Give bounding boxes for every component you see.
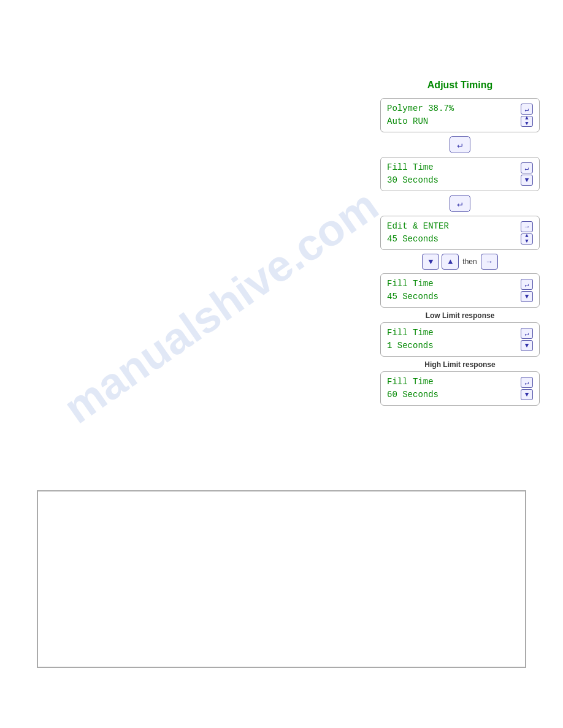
filltime-60-text: Fill Time 60 Seconds xyxy=(387,376,439,401)
high-limit-label: High Limit response xyxy=(380,360,540,369)
filltime-45-down-btn[interactable]: ▼ xyxy=(521,291,533,302)
enter-btn-wrap-2: ↵ xyxy=(380,195,540,212)
filltime-1-line2: 1 Seconds xyxy=(387,339,434,352)
edit-enter-card: Edit & ENTER 45 Seconds → ▲▼ xyxy=(380,216,540,250)
enter-button-1[interactable]: ↵ xyxy=(450,136,470,153)
polymer-enter-btn[interactable]: ↵ xyxy=(521,104,533,115)
enter-btn-wrap-1: ↵ xyxy=(380,136,540,153)
filltime-1-enter-btn[interactable]: ↵ xyxy=(521,328,533,339)
filltime-45-text: Fill Time 45 Seconds xyxy=(387,278,439,303)
filltime-45-line2: 45 Seconds xyxy=(387,290,439,303)
bottom-box xyxy=(37,490,526,668)
nav-up-btn[interactable]: ▲ xyxy=(442,254,459,270)
filltime-45-card: Fill Time 45 Seconds ↵ ▼ xyxy=(380,273,540,308)
adjust-timing-panel: Adjust Timing Polymer 38.7% Auto RUN ↵ ▲… xyxy=(380,80,540,409)
filltime-1-arrows: ↵ ▼ xyxy=(521,328,533,351)
edit-enter-text: Edit & ENTER 45 Seconds xyxy=(387,220,449,246)
filltime-30-card: Fill Time 30 Seconds ↵ ▼ xyxy=(380,157,540,191)
filltime-60-line2: 60 Seconds xyxy=(387,389,439,401)
polymer-card-text: Polymer 38.7% Auto RUN xyxy=(387,102,454,128)
filltime-30-down-btn[interactable]: ▼ xyxy=(521,175,533,186)
nav-right-btn[interactable]: → xyxy=(481,254,498,270)
filltime-30-text: Fill Time 30 Seconds xyxy=(387,161,439,187)
filltime-60-arrows: ↵ ▼ xyxy=(521,377,533,400)
enter-button-2[interactable]: ↵ xyxy=(450,195,470,212)
polymer-arrows: ↵ ▲▼ xyxy=(521,104,533,127)
filltime-1-down-btn[interactable]: ▼ xyxy=(521,340,533,351)
edit-enter-enter-btn[interactable]: → xyxy=(521,221,533,232)
filltime-1-line1: Fill Time xyxy=(387,327,434,339)
filltime-1-card: Fill Time 1 Seconds ↵ ▼ xyxy=(380,322,540,357)
filltime-45-arrows: ↵ ▼ xyxy=(521,279,533,302)
page-title: Adjust Timing xyxy=(380,80,540,91)
edit-enter-arrows: → ▲▼ xyxy=(521,221,533,245)
polymer-line2: Auto RUN xyxy=(387,115,454,128)
nav-row: ▼ ▲ then → xyxy=(380,254,540,270)
filltime-60-card: Fill Time 60 Seconds ↵ ▼ xyxy=(380,371,540,406)
edit-enter-line1: Edit & ENTER xyxy=(387,220,449,233)
nav-down-btn[interactable]: ▼ xyxy=(422,254,439,270)
edit-enter-line2: 45 Seconds xyxy=(387,233,449,246)
filltime-30-line1: Fill Time xyxy=(387,161,439,174)
polymer-updown-btn[interactable]: ▲▼ xyxy=(521,116,533,127)
filltime-60-enter-btn[interactable]: ↵ xyxy=(521,377,533,388)
then-label: then xyxy=(462,257,477,266)
polymer-line1: Polymer 38.7% xyxy=(387,102,454,115)
filltime-30-arrows: ↵ ▼ xyxy=(521,162,533,186)
filltime-30-line2: 30 Seconds xyxy=(387,174,439,187)
filltime-60-down-btn[interactable]: ▼ xyxy=(521,389,533,400)
filltime-30-enter-btn[interactable]: ↵ xyxy=(521,162,533,173)
filltime-1-text: Fill Time 1 Seconds xyxy=(387,327,434,352)
polymer-card: Polymer 38.7% Auto RUN ↵ ▲▼ xyxy=(380,98,540,132)
filltime-45-enter-btn[interactable]: ↵ xyxy=(521,279,533,290)
filltime-45-line1: Fill Time xyxy=(387,278,439,290)
filltime-60-line1: Fill Time xyxy=(387,376,439,389)
low-limit-label: Low Limit response xyxy=(380,311,540,320)
edit-enter-updown-btn[interactable]: ▲▼ xyxy=(521,233,533,245)
